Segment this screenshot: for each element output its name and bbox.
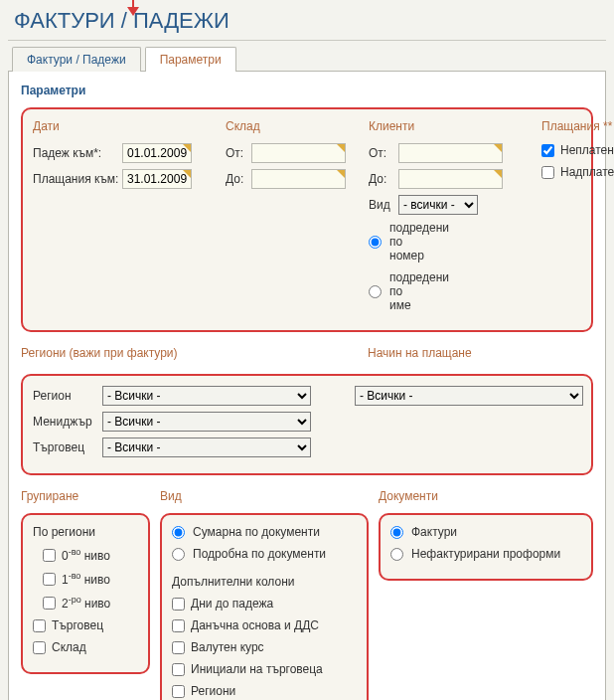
sort-by-name-radio[interactable] (369, 285, 382, 298)
fx-rate-checkbox[interactable] (172, 641, 185, 654)
regions-header: Региони (важи при фактури) (21, 346, 354, 360)
warehouse-from-label: От: (226, 146, 251, 160)
dates-header: Дати (33, 119, 212, 133)
doc-proforma-label: Нефактурирани проформи (411, 547, 560, 561)
panel-row-2: Регион - Всички - Мениджър - Всички - (21, 374, 593, 475)
view-detail-radio[interactable] (172, 548, 185, 561)
payments-header: Плащания ** (541, 119, 614, 133)
panel-row-1: Дати Падеж към*: Плащания към: Склад (21, 107, 593, 332)
group-warehouse-label: Склад (52, 640, 86, 654)
sort-by-number-label: подредени по номер (389, 221, 419, 262)
sort-by-number-radio[interactable] (369, 236, 382, 249)
title-divider (8, 40, 606, 41)
clients-header: Клиенти (369, 119, 528, 133)
panel-grouping: По региони 0-во ниво 1-во ниво 2-ро ниво (21, 513, 150, 674)
warehouse-to-label: До: (226, 172, 251, 186)
clients-from-label: От: (369, 146, 398, 160)
due-date-label: Падеж към*: (33, 146, 122, 160)
level2-checkbox[interactable] (43, 597, 56, 610)
level0-label: 0-во ниво (62, 547, 110, 563)
documents-header: Документи (379, 489, 593, 503)
by-regions-label: По региони (33, 525, 138, 539)
group-sales-label: Търговец (52, 618, 103, 632)
region-label: Регион (33, 389, 102, 403)
clients-to-label: До: (369, 172, 398, 186)
clients-from-input[interactable] (398, 143, 503, 163)
section-title: Параметри (21, 84, 593, 97)
regions-col-checkbox[interactable] (172, 685, 185, 698)
overpaid-label: Надплатени (560, 165, 614, 179)
panel-view: Сумарна по документи Подробна по докумен… (160, 513, 369, 700)
manager-label: Мениджър (33, 415, 102, 429)
unpaid-label: Неплатени (560, 143, 614, 157)
warehouse-to-input[interactable] (251, 169, 346, 189)
clients-to-input[interactable] (398, 169, 503, 189)
tab-strip: Фактури / Падежи Параметри (8, 47, 606, 72)
regions-col-label: Региони (191, 684, 235, 698)
due-date-input[interactable] (122, 143, 192, 163)
view-header: Вид (160, 489, 369, 503)
doc-proforma-radio[interactable] (390, 548, 403, 561)
manager-select[interactable]: - Всички - (102, 412, 311, 432)
level2-label: 2-ро ниво (62, 595, 110, 611)
group-warehouse-checkbox[interactable] (33, 641, 46, 654)
region-select[interactable]: - Всички - (102, 386, 311, 406)
view-summary-label: Сумарна по документи (193, 525, 320, 539)
unpaid-checkbox[interactable] (541, 144, 554, 157)
tab-body: Параметри Дати Падеж към*: Плащания към: (8, 71, 606, 700)
page-title: ФАКТУРИ / ПАДЕЖИ (8, 0, 606, 40)
initials-label: Инициали на търговеца (191, 662, 323, 676)
sort-by-name-label: подредени по име (389, 270, 419, 312)
tab-invoices-due[interactable]: Фактури / Падежи (12, 47, 141, 72)
overpaid-checkbox[interactable] (541, 166, 554, 179)
sales-select[interactable]: - Всички - (102, 438, 311, 457)
warehouse-header: Склад (226, 119, 355, 133)
panel-documents: Фактури Нефактурирани проформи (379, 513, 593, 581)
clients-type-label: Вид (369, 198, 398, 212)
days-due-checkbox[interactable] (172, 598, 185, 611)
pay-method-header: Начин на плащане (368, 346, 593, 360)
level0-checkbox[interactable] (43, 549, 56, 562)
initials-checkbox[interactable] (172, 663, 185, 676)
clients-type-select[interactable]: - всички - (398, 195, 478, 215)
tab-parameters[interactable]: Параметри (145, 47, 236, 72)
doc-invoices-radio[interactable] (390, 526, 403, 539)
level1-checkbox[interactable] (43, 573, 56, 586)
sales-label: Търговец (33, 440, 102, 454)
fx-rate-label: Валутен курс (191, 640, 264, 654)
level1-label: 1-во ниво (62, 571, 110, 587)
tax-base-label: Данъчна основа и ДДС (191, 618, 319, 632)
extra-cols-label: Допълнителни колони (172, 575, 357, 589)
view-detail-label: Подробна по документи (193, 547, 326, 561)
group-sales-checkbox[interactable] (33, 619, 46, 632)
doc-invoices-label: Фактури (411, 525, 457, 539)
tax-base-checkbox[interactable] (172, 619, 185, 632)
warehouse-from-input[interactable] (251, 143, 346, 163)
days-due-label: Дни до падежа (191, 597, 273, 611)
view-summary-radio[interactable] (172, 526, 185, 539)
pay-date-input[interactable] (122, 169, 192, 189)
grouping-header: Групиране (21, 489, 150, 503)
pay-date-label: Плащания към: (33, 172, 122, 186)
pay-method-select[interactable]: - Всички - (355, 386, 583, 406)
